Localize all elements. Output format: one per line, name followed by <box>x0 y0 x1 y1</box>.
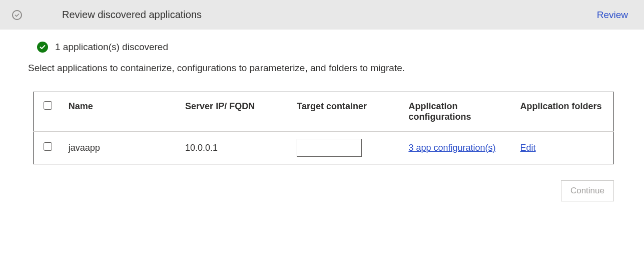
page-header: Review discovered applications Review <box>0 0 644 30</box>
applications-table: Name Server IP/ FQDN Target container Ap… <box>33 92 614 164</box>
app-name-cell: javaapp <box>61 132 177 164</box>
column-header-server: Server IP/ FQDN <box>177 92 289 132</box>
server-ip-cell: 10.0.0.1 <box>177 132 289 164</box>
app-configurations-link[interactable]: 3 app configuration(s) <box>408 141 504 155</box>
success-check-icon <box>37 42 48 53</box>
review-link[interactable]: Review <box>597 10 628 21</box>
continue-button[interactable]: Continue <box>561 180 614 201</box>
row-checkbox[interactable] <box>44 142 52 151</box>
column-header-folders: Application folders <box>512 92 614 132</box>
table-header-row: Name Server IP/ FQDN Target container Ap… <box>34 92 614 132</box>
table-row: javaapp 10.0.0.1 3 app configuration(s) … <box>34 132 614 164</box>
select-all-checkbox[interactable] <box>44 101 52 110</box>
status-row: 1 application(s) discovered <box>37 42 619 53</box>
instruction-text: Select applications to containerize, con… <box>28 63 619 74</box>
column-header-config: Application configurations <box>400 92 512 132</box>
status-message: 1 application(s) discovered <box>55 42 168 53</box>
checkmark-circle-icon <box>12 10 22 20</box>
column-header-target: Target container <box>289 92 400 132</box>
main-content: 1 application(s) discovered Select appli… <box>0 30 644 213</box>
target-container-input[interactable] <box>297 139 362 157</box>
column-header-name: Name <box>61 92 177 132</box>
page-title: Review discovered applications <box>62 9 597 21</box>
app-folders-edit-link[interactable]: Edit <box>520 143 536 153</box>
footer-actions: Continue <box>28 180 619 201</box>
